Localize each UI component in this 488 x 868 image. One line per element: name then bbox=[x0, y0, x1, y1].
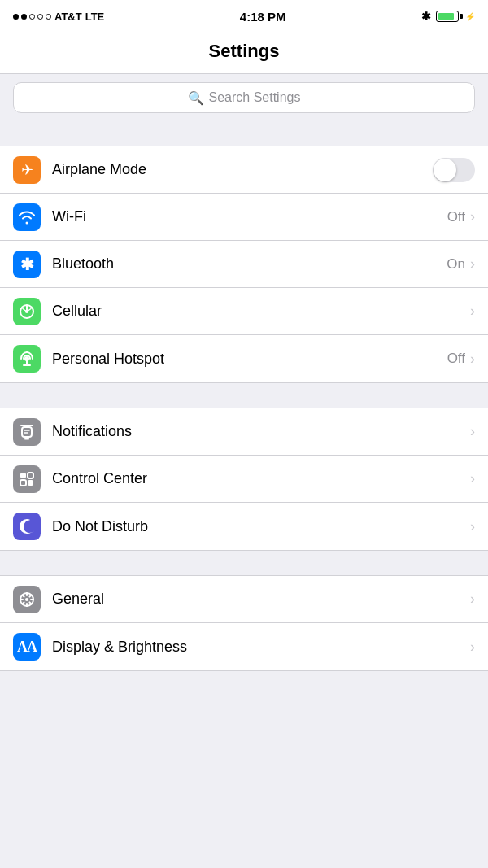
notifications-label: Notifications bbox=[52, 423, 470, 440]
notifications-icon bbox=[13, 418, 41, 446]
cellular-icon bbox=[13, 298, 41, 325]
do-not-disturb-icon bbox=[13, 513, 41, 540]
airplane-mode-toggle[interactable] bbox=[433, 158, 475, 182]
airplane-icon-symbol: ✈ bbox=[21, 161, 33, 179]
display-brightness-row[interactable]: AA Display & Brightness › bbox=[0, 623, 488, 670]
page-title: Settings bbox=[0, 41, 488, 62]
display-icon-text: AA bbox=[17, 639, 37, 656]
control-center-label: Control Center bbox=[52, 470, 470, 487]
svg-line-19 bbox=[23, 595, 24, 596]
svg-point-14 bbox=[25, 598, 28, 601]
search-container: 🔍 Search Settings bbox=[0, 74, 488, 121]
dnd-icon-svg bbox=[18, 517, 36, 535]
carrier-name: AT&T bbox=[54, 11, 82, 23]
network-type: LTE bbox=[85, 11, 105, 23]
wifi-icon-svg bbox=[18, 210, 36, 225]
notifications-chevron: › bbox=[470, 423, 475, 440]
general-icon bbox=[13, 586, 41, 613]
search-bar[interactable]: 🔍 Search Settings bbox=[13, 82, 475, 113]
status-time: 4:18 PM bbox=[240, 10, 286, 24]
airplane-mode-icon: ✈ bbox=[13, 156, 41, 184]
status-right: ✱ ⚡ bbox=[421, 10, 475, 23]
hotspot-icon bbox=[13, 345, 41, 373]
svg-line-21 bbox=[29, 595, 31, 596]
airplane-mode-row[interactable]: ✈ Airplane Mode bbox=[0, 146, 488, 194]
hotspot-icon-svg bbox=[18, 350, 36, 368]
hotspot-value: Off bbox=[447, 351, 465, 367]
dot-2 bbox=[21, 14, 27, 20]
hotspot-row[interactable]: Personal Hotspot Off › bbox=[0, 335, 488, 382]
battery-body bbox=[436, 11, 459, 22]
status-bar: AT&T LTE 4:18 PM ✱ ⚡ bbox=[0, 0, 488, 33]
general-label: General bbox=[52, 591, 470, 608]
svg-rect-12 bbox=[28, 480, 33, 486]
bluetooth-status-icon: ✱ bbox=[421, 10, 431, 23]
control-center-icon-svg bbox=[18, 470, 36, 488]
general-chevron: › bbox=[470, 591, 475, 608]
bluetooth-icon: ✱ bbox=[13, 251, 41, 278]
do-not-disturb-label: Do Not Disturb bbox=[52, 518, 470, 535]
do-not-disturb-chevron: › bbox=[470, 518, 475, 535]
wifi-chevron: › bbox=[470, 208, 475, 225]
display-brightness-chevron: › bbox=[470, 639, 475, 656]
svg-line-22 bbox=[23, 602, 24, 604]
display-brightness-label: Display & Brightness bbox=[52, 639, 470, 656]
display-icon: AA bbox=[13, 633, 41, 661]
notifications-row[interactable]: Notifications › bbox=[0, 408, 488, 456]
battery-fill bbox=[438, 13, 454, 20]
dot-5 bbox=[46, 14, 51, 20]
airplane-mode-label: Airplane Mode bbox=[52, 161, 433, 178]
bluetooth-chevron: › bbox=[470, 255, 475, 273]
hotspot-label: Personal Hotspot bbox=[52, 351, 447, 368]
hotspot-chevron: › bbox=[470, 351, 475, 368]
signal-dots bbox=[13, 14, 51, 20]
svg-rect-6 bbox=[20, 425, 33, 426]
do-not-disturb-row[interactable]: Do Not Disturb › bbox=[0, 503, 488, 550]
toggle-thumb bbox=[434, 159, 456, 181]
charging-icon: ⚡ bbox=[465, 12, 475, 21]
bluetooth-icon-symbol: ✱ bbox=[20, 255, 34, 274]
control-center-chevron: › bbox=[470, 470, 475, 487]
cellular-chevron: › bbox=[470, 303, 475, 320]
dot-1 bbox=[13, 14, 19, 20]
system-group: Notifications › Control Center › Do Not … bbox=[0, 408, 488, 551]
svg-rect-5 bbox=[22, 427, 32, 437]
battery-indicator: ⚡ bbox=[436, 11, 475, 22]
bluetooth-row[interactable]: ✱ Bluetooth On › bbox=[0, 241, 488, 288]
dot-3 bbox=[29, 14, 35, 20]
general-icon-svg bbox=[18, 591, 36, 608]
cellular-row[interactable]: Cellular › bbox=[0, 288, 488, 335]
control-center-row[interactable]: Control Center › bbox=[0, 456, 488, 503]
general-row[interactable]: General › bbox=[0, 576, 488, 623]
svg-rect-9 bbox=[20, 473, 26, 478]
search-placeholder: Search Settings bbox=[209, 90, 301, 105]
svg-rect-11 bbox=[20, 480, 26, 486]
svg-line-20 bbox=[29, 602, 31, 604]
status-left: AT&T LTE bbox=[13, 11, 104, 23]
search-icon: 🔍 bbox=[188, 90, 204, 106]
bluetooth-value: On bbox=[447, 256, 465, 273]
connectivity-group: ✈ Airplane Mode Wi-Fi Off › ✱ Bluetooth … bbox=[0, 146, 488, 383]
control-center-icon bbox=[13, 465, 41, 493]
wifi-icon bbox=[13, 203, 41, 231]
page-title-bar: Settings bbox=[0, 33, 488, 74]
svg-rect-10 bbox=[28, 473, 33, 478]
wifi-value: Off bbox=[447, 209, 465, 225]
bluetooth-label: Bluetooth bbox=[52, 255, 447, 273]
section-divider-2 bbox=[0, 383, 488, 408]
wifi-row[interactable]: Wi-Fi Off › bbox=[0, 194, 488, 241]
section-divider-3 bbox=[0, 551, 488, 575]
notifications-icon-svg bbox=[18, 423, 36, 441]
battery-tip bbox=[460, 14, 463, 19]
general-group: General › AA Display & Brightness › bbox=[0, 575, 488, 671]
dot-4 bbox=[37, 14, 43, 20]
cellular-label: Cellular bbox=[52, 303, 465, 320]
cellular-icon-svg bbox=[18, 303, 36, 321]
wifi-label: Wi-Fi bbox=[52, 208, 447, 225]
section-divider-1 bbox=[0, 121, 488, 146]
